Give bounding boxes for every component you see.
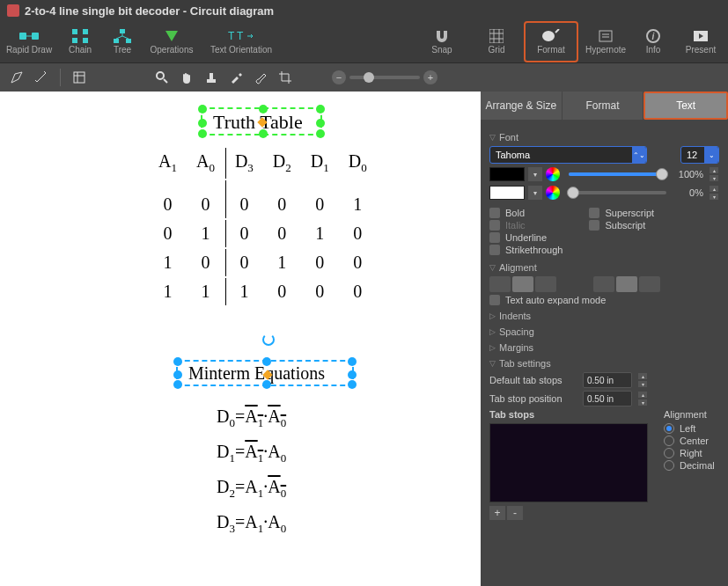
- canvas[interactable]: Truth Table A1 A0 D3 D2 D1 D0 000001 010…: [0, 92, 481, 586]
- bg-opacity-slider[interactable]: [569, 191, 666, 194]
- stamp-button[interactable]: [202, 68, 221, 87]
- zoom-in-button[interactable]: +: [423, 70, 438, 84]
- color-wheel-icon[interactable]: [546, 167, 560, 181]
- info-button[interactable]: i Info: [633, 21, 673, 62]
- strike-check[interactable]: Strikethrough: [489, 245, 563, 255]
- remove-tab-button[interactable]: -: [507, 506, 523, 520]
- svg-rect-8: [126, 39, 131, 43]
- hand-tool-button[interactable]: [177, 68, 196, 87]
- pen-tool-button[interactable]: [7, 68, 26, 87]
- equation-d2[interactable]: D2=A1·A0: [217, 477, 286, 501]
- text-orientation-button[interactable]: TT Text Orientation: [201, 21, 282, 62]
- zoom-button[interactable]: [152, 68, 172, 87]
- section-margins[interactable]: ▷Margins: [489, 342, 719, 353]
- col-d3: D3: [225, 148, 262, 179]
- text-color[interactable]: ▾: [489, 167, 560, 181]
- hypernote-icon: [598, 29, 614, 43]
- tab-stops-list[interactable]: [489, 423, 648, 502]
- eyedropper-button[interactable]: [226, 68, 246, 87]
- info-icon: i: [646, 29, 660, 43]
- section-indents[interactable]: ▷Indents: [489, 311, 719, 321]
- equation-d3[interactable]: D3=A1·A0: [217, 512, 286, 536]
- svg-rect-0: [19, 33, 26, 40]
- italic-check[interactable]: Italic: [489, 220, 563, 231]
- crop-button[interactable]: [276, 68, 295, 87]
- superscript-check[interactable]: Superscript: [589, 208, 654, 218]
- col-a0: A0: [188, 148, 224, 179]
- underline-check[interactable]: Underline: [489, 232, 563, 243]
- tab-arrange[interactable]: Arrange & Size: [481, 92, 563, 120]
- tab-stops-label: Tab stops: [489, 409, 648, 420]
- snap-button[interactable]: Snap: [415, 21, 469, 62]
- align-center-radio[interactable]: Center: [664, 436, 715, 446]
- font-size-select[interactable]: 12⌄: [680, 146, 719, 164]
- brush-button[interactable]: [251, 68, 270, 87]
- snap-label: Snap: [431, 45, 452, 55]
- align-left-radio[interactable]: Left: [664, 423, 715, 434]
- zoom-slider[interactable]: − +: [332, 70, 438, 84]
- subscript-check[interactable]: Subscript: [589, 220, 654, 231]
- col-d1: D1: [302, 148, 338, 179]
- rapid-draw-button[interactable]: Rapid Draw: [0, 21, 58, 62]
- svg-rect-3: [83, 29, 88, 34]
- svg-rect-2: [72, 29, 77, 34]
- default-tab-field[interactable]: 0.50 in: [583, 372, 632, 388]
- text-orientation-label: Text Orientation: [210, 45, 272, 55]
- bg-opacity-value: 0%: [675, 187, 703, 198]
- grid-button[interactable]: Grid: [469, 21, 524, 62]
- opacity-stepper[interactable]: ▴▾: [709, 166, 719, 182]
- layers-button[interactable]: [70, 68, 89, 87]
- document-title: 2-to-4 line single bit decoder - Circuit…: [25, 4, 274, 18]
- zoom-out-button[interactable]: −: [332, 70, 346, 84]
- tab-format[interactable]: Format: [563, 92, 644, 120]
- add-tab-button[interactable]: +: [489, 506, 505, 520]
- eyedropper-icon: [229, 70, 243, 84]
- minterm-title[interactable]: Minterm Equations: [188, 363, 325, 384]
- align-right-radio[interactable]: Right: [664, 448, 715, 458]
- font-family-select[interactable]: Tahoma⌃⌄: [489, 146, 647, 164]
- present-button[interactable]: Present: [673, 21, 728, 62]
- chain-button[interactable]: Chain: [58, 21, 102, 62]
- svg-text:i: i: [652, 32, 655, 41]
- grid-icon: [489, 29, 504, 43]
- tab-text[interactable]: Text: [643, 92, 728, 120]
- equation-d1[interactable]: D1=A1·A0: [217, 442, 286, 465]
- svg-rect-7: [114, 39, 119, 43]
- truth-table: A1 A0 D3 D2 D1 D0 000001 010010 100100 1…: [148, 146, 378, 307]
- default-tab-stepper[interactable]: ▴▾: [637, 372, 648, 388]
- text-opacity-value: 100%: [675, 169, 703, 179]
- format-button[interactable]: Format: [524, 21, 578, 62]
- rotate-handle-icon[interactable]: [262, 333, 275, 346]
- default-tab-label: Default tab stops: [489, 375, 577, 385]
- hand-icon: [180, 70, 194, 84]
- h-align-group[interactable]: [489, 276, 556, 292]
- tree-button[interactable]: Tree: [102, 21, 143, 62]
- tab-pos-stepper[interactable]: ▴▾: [637, 391, 648, 407]
- text-opacity-slider[interactable]: [569, 172, 666, 176]
- section-spacing[interactable]: ▷Spacing: [489, 326, 719, 337]
- section-alignment[interactable]: ▽Aligment: [489, 262, 719, 273]
- search-icon: [155, 70, 169, 84]
- svg-rect-4: [72, 38, 77, 43]
- equation-d0[interactable]: D0=A1·A0: [217, 407, 286, 430]
- color-wheel-icon[interactable]: [546, 186, 560, 200]
- align-decimal-radio[interactable]: Decimal: [664, 460, 715, 471]
- section-font[interactable]: ▽Font: [489, 132, 719, 143]
- hypernote-button[interactable]: Hypernote: [578, 21, 633, 62]
- tab-pos-field[interactable]: 0.50 in: [583, 391, 632, 407]
- grid-label: Grid: [489, 45, 505, 55]
- operations-button[interactable]: Operations: [143, 21, 201, 62]
- v-align-group[interactable]: [593, 276, 660, 292]
- bg-color[interactable]: ▾: [489, 186, 560, 200]
- col-a1: A1: [150, 148, 186, 179]
- bg-opacity-stepper[interactable]: ▴▾: [709, 185, 719, 201]
- col-d2: D2: [264, 148, 300, 179]
- auto-expand-check[interactable]: Text auto expand mode: [489, 295, 719, 305]
- svg-rect-12: [599, 31, 612, 41]
- format-label: Format: [537, 45, 565, 55]
- bold-check[interactable]: Bold: [489, 208, 563, 218]
- section-tabs[interactable]: ▽Tab settings: [489, 358, 719, 369]
- magic-tool-button[interactable]: [32, 68, 51, 87]
- inspector: Arrange & Size Format Text ▽Font Tahoma⌃…: [481, 92, 728, 586]
- col-d0: D0: [340, 148, 376, 179]
